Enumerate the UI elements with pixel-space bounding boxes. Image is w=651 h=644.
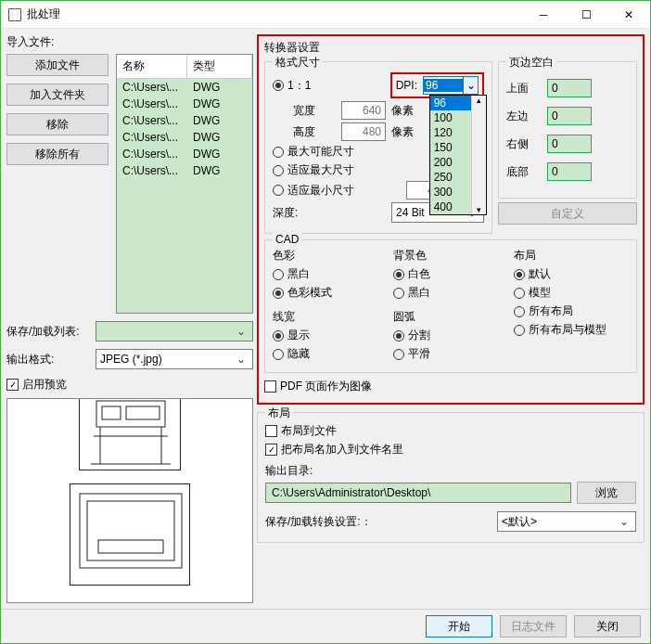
cad-fieldset: CAD 色彩 黑白 色彩模式 线宽 显示 隐藏 背景色 (264, 239, 637, 373)
pdf-as-image-checkbox[interactable]: PDF 页面作为图像 (264, 379, 372, 394)
svg-rect-0 (96, 401, 165, 427)
close-dialog-button[interactable]: 关闭 (574, 615, 641, 638)
table-row[interactable]: C:\Users\...DWG (117, 79, 252, 96)
enable-preview-checkbox[interactable]: ✓启用预览 (6, 377, 67, 393)
output-dir-input[interactable]: C:\Users\Administrator\Desktop\ (265, 483, 571, 503)
app-icon (8, 8, 21, 21)
titlebar: 批处理 ─ ☐ ✕ (1, 1, 650, 29)
table-row[interactable]: C:\Users\...DWG (117, 112, 252, 129)
file-table[interactable]: 名称 类型 C:\Users\...DWGC:\Users\...DWGC:\U… (116, 54, 253, 314)
fit-min-radio[interactable]: 适应最小尺寸 (273, 183, 354, 199)
browse-button[interactable]: 浏览 (577, 482, 636, 504)
svg-rect-8 (87, 501, 174, 560)
svg-rect-2 (126, 406, 160, 419)
window-title: 批处理 (27, 6, 522, 22)
custom-button: 自定义 (498, 202, 637, 225)
svg-rect-9 (98, 540, 163, 553)
maximize-button[interactable]: ☐ (565, 1, 607, 28)
layout-to-file-checkbox[interactable]: 布局到文件 (265, 423, 337, 439)
margin-left-input[interactable]: 0 (547, 107, 592, 125)
add-folder-button[interactable]: 加入文件夹 (6, 84, 108, 106)
height-input[interactable]: 480 (341, 122, 386, 141)
bg-white-radio[interactable]: 白色 (393, 266, 430, 282)
save-list-combo[interactable]: ⌄ (96, 321, 253, 341)
color-bw-radio[interactable]: 黑白 (273, 266, 310, 282)
margin-right-input[interactable]: 0 (547, 135, 592, 153)
remove-button[interactable]: 移除 (6, 113, 108, 135)
table-row[interactable]: C:\Users\...DWG (117, 96, 252, 112)
layout-model-radio[interactable]: 模型 (514, 285, 551, 301)
layout-default-radio[interactable]: 默认 (514, 266, 551, 282)
svg-rect-7 (80, 494, 182, 568)
margins-fieldset: 页边空白 上面0 左边0 右侧0 底部0 (498, 61, 637, 199)
add-layout-name-checkbox[interactable]: ✓把布局名加入到文件名里 (265, 442, 403, 457)
preview-pane (6, 398, 253, 603)
table-row[interactable]: C:\Users\...DWG (117, 129, 252, 146)
log-button: 日志文件 (500, 615, 567, 638)
layout-all-model-radio[interactable]: 所有布局与模型 (514, 322, 606, 338)
width-input[interactable]: 640 (341, 101, 386, 120)
preview-drawing-2 (70, 483, 190, 586)
ratio-1-1-radio[interactable]: 1：1 (273, 78, 311, 94)
format-size-fieldset: 格式尺寸 1：1 DPI: 96 ⌄ 96 (264, 61, 492, 234)
remove-all-button[interactable]: 移除所有 (6, 143, 108, 165)
close-button[interactable]: ✕ (607, 1, 650, 28)
output-format-combo[interactable]: JPEG (*.jpg)⌄ (96, 349, 253, 369)
minimize-button[interactable]: ─ (522, 1, 565, 28)
scrollbar[interactable] (471, 96, 486, 214)
main-window: 批处理 ─ ☐ ✕ 导入文件: 添加文件 加入文件夹 移除 移除所有 名称 类型 (0, 0, 651, 644)
bg-black-radio[interactable]: 黑白 (393, 285, 430, 301)
arc-smooth-radio[interactable]: 平滑 (393, 346, 430, 362)
layout-fieldset: 布局 布局到文件 ✓把布局名加入到文件名里 输出目录: C:\Users\Adm… (257, 412, 645, 543)
layout-all-radio[interactable]: 所有布局 (514, 303, 573, 319)
svg-rect-1 (102, 406, 121, 419)
margin-bottom-input[interactable]: 0 (547, 162, 592, 181)
lw-show-radio[interactable]: 显示 (273, 328, 310, 343)
dpi-highlight: DPI: 96 ⌄ 96100120150200250300400 (390, 72, 484, 98)
chevron-down-icon: ⌄ (463, 77, 478, 94)
add-file-button[interactable]: 添加文件 (6, 54, 108, 76)
table-row[interactable]: C:\Users\...DWG (117, 162, 252, 179)
arc-split-radio[interactable]: 分割 (393, 328, 430, 343)
bottom-bar: 开始 日志文件 关闭 (1, 609, 650, 643)
margin-top-input[interactable]: 0 (547, 79, 592, 97)
save-list-label: 保存/加载列表: (6, 324, 90, 340)
lw-hide-radio[interactable]: 隐藏 (273, 346, 310, 362)
start-button[interactable]: 开始 (426, 615, 492, 638)
color-mode-radio[interactable]: 色彩模式 (273, 285, 332, 301)
dpi-dropdown[interactable]: 96100120150200250300400 (429, 95, 487, 215)
col-type[interactable]: 类型 (187, 55, 252, 78)
chevron-down-icon: ⌄ (617, 515, 632, 528)
preview-drawing-1 (79, 398, 181, 470)
import-label: 导入文件: (6, 34, 253, 50)
fit-max-radio[interactable]: 适应最大尺寸 (273, 162, 354, 178)
chevron-down-icon: ⌄ (234, 325, 249, 338)
max-possible-radio[interactable]: 最大可能尺寸 (273, 144, 354, 160)
table-row[interactable]: C:\Users\...DWG (117, 146, 252, 162)
converter-settings-frame: 转换器设置 格式尺寸 1：1 DPI: 96 ⌄ (257, 34, 645, 405)
chevron-down-icon: ⌄ (234, 353, 249, 366)
converter-title: 转换器设置 (264, 40, 637, 56)
dpi-combo[interactable]: 96 ⌄ (423, 76, 479, 95)
col-name[interactable]: 名称 (117, 55, 187, 78)
output-format-label: 输出格式: (6, 352, 90, 367)
save-load-settings-combo[interactable]: <默认>⌄ (497, 511, 636, 532)
